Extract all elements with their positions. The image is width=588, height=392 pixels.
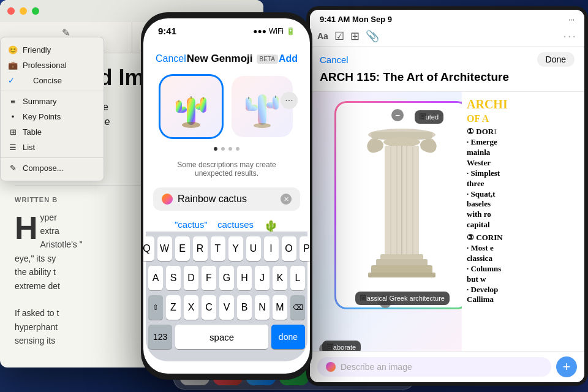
key-q[interactable]: Q — [143, 236, 154, 261]
key-a[interactable]: A — [148, 266, 163, 290]
table-button[interactable]: ⊞ — [350, 29, 360, 43]
key-v[interactable]: V — [219, 295, 234, 320]
key-t[interactable]: T — [211, 236, 225, 261]
table-option[interactable]: ⊞ Table — [1, 124, 104, 140]
key-y[interactable]: Y — [228, 236, 243, 261]
note-title-bar: Cancel Done — [320, 52, 575, 67]
key-b[interactable]: B — [237, 295, 252, 320]
ipad-statusbar: 9:41 AM Mon Sep 9 ··· — [310, 10, 584, 26]
key-w[interactable]: W — [157, 236, 172, 261]
more-button[interactable]: ··· — [563, 29, 577, 43]
genmoji-cancel-button[interactable]: Cancel — [156, 53, 186, 64]
key-o[interactable]: O — [282, 236, 296, 261]
space-key[interactable]: space — [175, 325, 268, 349]
iphone-time: 9:41 — [158, 26, 176, 36]
list-icon: ☰ — [8, 143, 18, 152]
keyboard: Q W E R T Y U I O P A S D F G H J K L — [146, 232, 307, 361]
genmoji-title: New Genmoji — [187, 53, 253, 65]
key-m[interactable]: M — [273, 295, 287, 320]
image-description-input[interactable]: Describe an image — [317, 357, 551, 377]
annotation-bubble-classical: Classical Greek architecture — [355, 292, 450, 305]
ipad-done-button[interactable]: Done — [537, 52, 575, 67]
list-option[interactable]: ☰ List — [1, 140, 104, 155]
key-d[interactable]: D — [184, 266, 198, 290]
note-title: ARCH 115: The Art of Architecture — [320, 70, 575, 84]
genmoji-search-field[interactable]: Rainbow cactus ✕ — [153, 187, 300, 211]
key-e[interactable]: E — [175, 236, 190, 261]
done-key[interactable]: done — [271, 325, 305, 349]
iphone-screen: 9:41 ●●● WiFi 🔋 Cancel New Genmoji BETA … — [143, 18, 310, 374]
key-r[interactable]: R — [193, 236, 208, 261]
key-h[interactable]: H — [237, 266, 252, 290]
annotation-remove-1[interactable]: − — [391, 109, 404, 121]
close-button[interactable] — [7, 7, 15, 15]
key-l[interactable]: L — [290, 266, 305, 290]
keyboard-row-1: Q W E R T Y U I O P — [148, 236, 305, 261]
genmoji-emoji-1[interactable] — [160, 76, 222, 137]
ipad-toolbar: Aa ☑ ⊞ 📎 ··· — [310, 26, 584, 47]
image-desc-spark-icon — [326, 362, 336, 372]
key-s[interactable]: S — [166, 266, 181, 290]
key-f[interactable]: F — [202, 266, 216, 290]
writing-tools-dropdown: 😊 Friendly 💼 Professional Concise ≡ Summ… — [0, 37, 104, 181]
svg-rect-0 — [187, 97, 195, 125]
genmoji-search-text: Rainbow cactus — [178, 194, 276, 205]
key-x[interactable]: X — [184, 295, 198, 320]
key-n[interactable]: N — [255, 295, 270, 320]
hw-line-archi: ARCHI — [467, 97, 579, 111]
genmoji-emoji-display — [143, 70, 310, 147]
key-i[interactable]: I — [264, 236, 279, 261]
keyboard-row-4: 123 space done — [148, 325, 305, 349]
svg-point-19 — [383, 137, 420, 147]
annotation-area: − Fluted − Classical Greek architecture … — [310, 92, 462, 382]
add-image-button[interactable]: + — [556, 356, 577, 377]
key-u[interactable]: U — [246, 236, 261, 261]
friendly-option[interactable]: 😊 Friendly — [1, 42, 104, 58]
format-text-button[interactable]: Aa — [317, 31, 328, 41]
key-points-icon: • — [8, 112, 18, 121]
key-j[interactable]: J — [255, 266, 270, 290]
iphone-status-icons: ●●● WiFi 🔋 — [253, 26, 295, 36]
annotation-bubble-fluted: Fluted — [415, 110, 443, 124]
genmoji-pagination-dots — [143, 147, 310, 151]
key-p[interactable]: P — [300, 236, 311, 261]
genmoji-title-area: New Genmoji BETA — [187, 53, 278, 65]
svg-rect-13 — [273, 96, 279, 110]
handwriting-area: ARCHI OF A ① DORI· EmergemainlaWester· S… — [462, 92, 584, 382]
summary-option[interactable]: ≡ Summary — [1, 94, 104, 109]
compose-option[interactable]: ✎ Compose... — [1, 160, 104, 176]
key-z[interactable]: Z — [166, 295, 181, 320]
minimize-button[interactable] — [20, 7, 27, 15]
column-image — [347, 104, 457, 300]
genmoji-add-button[interactable]: Add — [279, 53, 298, 64]
ipad-bottom-bar: Describe an image + — [310, 351, 584, 382]
concise-option[interactable]: Concise — [1, 73, 104, 88]
dot-3 — [228, 147, 232, 151]
genmoji-search-spark-icon — [162, 194, 173, 205]
key-g[interactable]: G — [219, 266, 234, 290]
numbers-key[interactable]: 123 — [148, 325, 172, 349]
checklist-button[interactable]: ☑ — [334, 29, 344, 43]
keyboard-row-2: A S D F G H J K L — [148, 266, 305, 290]
svg-rect-28 — [371, 265, 432, 274]
svg-rect-4 — [200, 97, 206, 113]
genmoji-options-button[interactable]: ··· — [281, 92, 298, 109]
ipad-screen: 9:41 AM Mon Sep 9 ··· Aa ☑ ⊞ 📎 ··· Cance… — [310, 10, 584, 382]
svg-rect-9 — [258, 94, 266, 125]
attach-button[interactable]: 📎 — [366, 29, 379, 43]
ipad-cancel-button[interactable]: Cancel — [320, 55, 349, 65]
maximize-button[interactable] — [32, 7, 39, 15]
key-k[interactable]: K — [273, 266, 287, 290]
shift-key[interactable]: ⇧ — [148, 295, 163, 320]
dot-2 — [221, 147, 225, 151]
genmoji-clear-button[interactable]: ✕ — [281, 194, 292, 205]
ipad-time: 9:41 AM Mon Sep 9 — [320, 15, 392, 24]
professional-option[interactable]: 💼 Professional — [1, 58, 104, 73]
key-c[interactable]: C — [202, 295, 216, 320]
summary-icon: ≡ — [8, 97, 18, 106]
ipad-main-content: − Fluted − Classical Greek architecture … — [310, 92, 584, 382]
key-points-option[interactable]: • Key Points — [1, 109, 104, 124]
svg-rect-29 — [368, 273, 435, 277]
friendly-icon: 😊 — [8, 45, 18, 55]
backspace-key[interactable]: ⌫ — [290, 295, 305, 320]
